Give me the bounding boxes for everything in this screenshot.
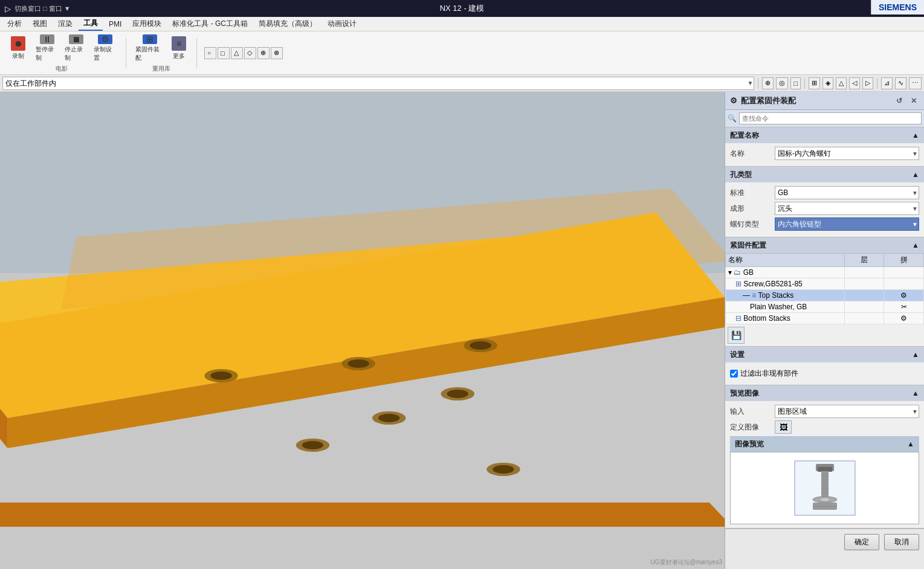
panel-close-button[interactable]: ✕: [908, 96, 919, 106]
cancel-button[interactable]: 取消: [884, 534, 919, 550]
svg-point-21: [470, 341, 491, 350]
search-input[interactable]: [739, 112, 922, 124]
table-row[interactable]: ⊟ Bottom Stacks ⚙: [726, 313, 924, 324]
screw-type-select[interactable]: 内六角铰链型: [775, 217, 919, 231]
pause-record-button[interactable]: ⏸ 暂停录制: [34, 33, 60, 63]
screw-type-select-wrapper[interactable]: 内六角铰链型 ▼: [775, 217, 919, 231]
tb-extra-btn3[interactable]: △: [231, 47, 243, 59]
view-btn4[interactable]: ◁: [849, 77, 860, 89]
table-row[interactable]: Plain Washer, GB ✂: [726, 301, 924, 313]
menu-render[interactable]: 渲染: [53, 18, 77, 30]
table-row[interactable]: — ≡ Top Stacks ⚙: [726, 290, 924, 301]
tree-node-screw: ⊞ Screw,GB5281-85: [726, 278, 845, 290]
menu-analyze[interactable]: 分析: [2, 18, 27, 30]
svg-point-19: [302, 441, 323, 449]
panel-refresh-button[interactable]: ↺: [894, 96, 905, 106]
node-icon: 🗂: [734, 268, 741, 277]
hole-type-header[interactable]: 孔类型 ▲: [725, 167, 924, 182]
svg-marker-2: [0, 503, 725, 527]
config-name-header[interactable]: 配置名称 ▲: [725, 127, 924, 143]
toolbar-movie-section: ⏺ 录制 ⏸ 暂停录制 ⏹ 停止录制 ⚙ 录制设置 电影: [5, 33, 118, 73]
svg-rect-27: [821, 471, 829, 498]
indent-3: [728, 303, 750, 311]
screw-type-label: 螺钉类型: [730, 219, 772, 230]
search-icon: 🔍: [728, 114, 737, 123]
view-btn3[interactable]: △: [836, 77, 847, 89]
define-image-button[interactable]: 🖼: [775, 420, 792, 434]
menu-tools[interactable]: 工具: [79, 17, 103, 31]
config-name-section: 配置名称 ▲ 名称 国标-内六角螺钉 ▼: [725, 127, 924, 167]
more-button[interactable]: ≡ 更多: [169, 33, 189, 63]
name-row: 名称 国标-内六角螺钉 ▼: [730, 147, 919, 160]
fastener-assembly-button[interactable]: ⊞ 紧固件装配: [134, 33, 166, 63]
menu-gc[interactable]: 标准化工具 - GC工具箱: [167, 18, 253, 30]
input-label: 输入: [730, 407, 772, 417]
title-bar-left: ▷ 切换窗口 □ 窗口 ▼: [5, 4, 71, 13]
filter-checkbox[interactable]: [730, 370, 738, 378]
toolbar: ⏺ 录制 ⏸ 暂停录制 ⏹ 停止录制 ⚙ 录制设置 电影 ⊞ 紧固件装配: [0, 31, 924, 75]
workpart-select-wrapper[interactable]: 仅在工作部件内 ▼: [2, 77, 754, 90]
form-select[interactable]: 沉头: [775, 202, 919, 215]
menu-fill[interactable]: 简易填充（高级）: [254, 18, 321, 30]
input-select[interactable]: 图形区域: [775, 405, 919, 418]
table-row[interactable]: ▾ 🗂 GB: [726, 267, 924, 278]
tb-extra-btn[interactable]: ○: [204, 47, 216, 59]
stop-record-button[interactable]: ⏹ 停止录制: [63, 33, 89, 63]
menu-animation[interactable]: 动画设计: [323, 18, 361, 30]
settings-header[interactable]: 设置 ▲: [725, 347, 924, 362]
viewport[interactable]: UG爱好者论坛@marsyes3: [0, 92, 725, 569]
col-pin: 拼: [884, 254, 924, 267]
snap-btn3[interactable]: □: [790, 77, 801, 89]
snap-btn1[interactable]: ⊕: [762, 77, 774, 89]
preview-header[interactable]: 预览图像 ▲: [725, 385, 924, 401]
filter-checkbox-row: 过滤出非现有部件: [730, 368, 919, 379]
t2-sep2: [804, 78, 805, 89]
record-settings-button[interactable]: ⚙ 录制设置: [92, 33, 118, 63]
input-select-wrapper[interactable]: 图形区域 ▼: [775, 405, 919, 418]
name-select[interactable]: 国标-内六角螺钉: [775, 147, 919, 160]
misc-btn3[interactable]: ⋯: [909, 77, 922, 89]
standard-select[interactable]: GB: [775, 186, 919, 199]
panel-title: ⚙ 配置紧固件装配: [730, 95, 796, 106]
menu-view[interactable]: 视图: [28, 18, 52, 30]
tb-extra-btn2[interactable]: □: [218, 47, 230, 59]
confirm-button[interactable]: 确定: [844, 534, 879, 550]
misc-btn2[interactable]: ∿: [895, 77, 906, 89]
snap-btn2[interactable]: ◎: [776, 77, 788, 89]
toolbar-movie-row: ⏺ 录制 ⏸ 暂停录制 ⏹ 停止录制 ⚙ 录制设置: [5, 33, 118, 63]
record-icon: ⏺: [11, 36, 25, 51]
fastener-config-collapse: ▲: [912, 241, 919, 249]
view-btn2[interactable]: ◈: [822, 77, 833, 89]
menu-appmodule[interactable]: 应用模块: [128, 18, 166, 30]
fastener-config-section: 紧固件配置 ▲ 名称 层 拼: [725, 237, 924, 347]
image-preview-label: 图像预览: [735, 439, 764, 449]
filter-label: 过滤出非现有部件: [740, 368, 798, 379]
workpart-select[interactable]: 仅在工作部件内: [2, 77, 754, 90]
menu-pmi[interactable]: PMI: [104, 19, 126, 30]
view-btn1[interactable]: ⊞: [809, 77, 820, 89]
form-select-wrapper[interactable]: 沉头 ▼: [775, 202, 919, 215]
fastener-config-header[interactable]: 紧固件配置 ▲: [725, 237, 924, 253]
table-row[interactable]: ⊞ Screw,GB5281-85: [726, 278, 924, 290]
app-icon: ▷: [5, 4, 11, 13]
misc-btn1[interactable]: ⊿: [881, 77, 893, 89]
indent-2: [728, 291, 743, 300]
svg-point-23: [493, 465, 514, 474]
node-icon-screw: ⊞: [735, 280, 741, 288]
tb-extra-btn5[interactable]: ⊕: [257, 47, 270, 59]
view-btn5[interactable]: ▷: [862, 77, 873, 89]
hole-type-label: 孔类型: [730, 170, 752, 180]
record-button[interactable]: ⏺ 录制: [5, 33, 31, 63]
window-controls[interactable]: 切换窗口 □ 窗口 ▼: [15, 4, 71, 13]
svg-marker-4: [0, 285, 725, 309]
tb-extra-btn4[interactable]: ◇: [244, 47, 256, 59]
image-preview-header[interactable]: 图像预览 ▲: [730, 436, 919, 452]
search-bar: 🔍: [725, 110, 924, 127]
save-config-button[interactable]: 💾: [728, 327, 745, 344]
svg-point-17: [378, 414, 399, 422]
standard-select-wrapper[interactable]: GB ▼: [775, 186, 919, 199]
pause-label: 暂停录制: [36, 45, 59, 62]
image-preview-collapse: ▲: [907, 440, 914, 448]
name-select-wrapper[interactable]: 国标-内六角螺钉 ▼: [775, 147, 919, 160]
tb-extra-btn6[interactable]: ⊗: [271, 47, 283, 59]
